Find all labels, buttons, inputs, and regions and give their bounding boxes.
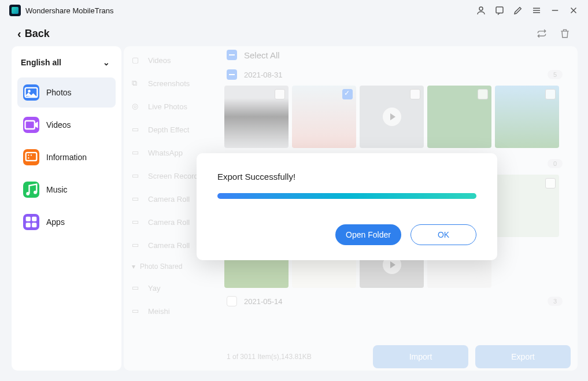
chevron-left-icon: ‹ bbox=[17, 27, 21, 40]
export-success-modal: Export Successfully! Open Folder OK bbox=[197, 153, 497, 260]
open-folder-button[interactable]: Open Folder bbox=[335, 224, 401, 245]
svg-rect-14 bbox=[32, 223, 36, 227]
sidebar-item-label: Photos bbox=[46, 88, 72, 97]
sidebar-item-videos[interactable]: Videos bbox=[17, 110, 116, 140]
trash-icon[interactable] bbox=[559, 28, 571, 39]
svg-point-0 bbox=[479, 7, 483, 10]
sidebar-item-label: Music bbox=[46, 185, 68, 194]
sidebar: English all ⌄ Photos Videos Information … bbox=[12, 46, 121, 371]
language-label: English all bbox=[21, 58, 61, 67]
account-icon[interactable] bbox=[476, 5, 486, 16]
svg-rect-13 bbox=[26, 223, 31, 227]
sidebar-item-photos[interactable]: Photos bbox=[17, 77, 116, 108]
svg-point-8 bbox=[31, 154, 32, 156]
svg-point-3 bbox=[28, 90, 31, 93]
svg-rect-4 bbox=[25, 121, 35, 129]
sidebar-item-label: Videos bbox=[46, 120, 71, 130]
back-label: Back bbox=[25, 28, 50, 40]
photos-icon bbox=[23, 84, 39, 101]
sidebar-item-label: Information bbox=[46, 153, 87, 162]
svg-rect-12 bbox=[32, 217, 36, 221]
chevron-down-icon: ⌄ bbox=[103, 58, 110, 67]
sidebar-item-apps[interactable]: Apps bbox=[17, 207, 116, 237]
app-title: Wondershare MobileTrans bbox=[25, 6, 113, 15]
refresh-icon[interactable] bbox=[536, 28, 548, 39]
app-icon bbox=[9, 5, 21, 16]
feedback-icon[interactable] bbox=[494, 5, 505, 16]
svg-point-9 bbox=[26, 192, 29, 195]
sidebar-item-label: Apps bbox=[46, 217, 65, 227]
menu-icon[interactable] bbox=[531, 5, 542, 16]
svg-point-6 bbox=[28, 154, 29, 156]
modal-title: Export Successfully! bbox=[217, 172, 476, 182]
apps-icon bbox=[23, 214, 39, 230]
language-select[interactable]: English all ⌄ bbox=[17, 54, 116, 77]
edit-icon[interactable] bbox=[513, 5, 523, 16]
titlebar: Wondershare MobileTrans bbox=[0, 0, 588, 21]
svg-rect-5 bbox=[26, 153, 37, 161]
sidebar-item-information[interactable]: Information bbox=[17, 142, 116, 172]
minimize-button[interactable] bbox=[550, 5, 560, 16]
svg-rect-11 bbox=[26, 217, 31, 221]
information-icon bbox=[23, 149, 39, 165]
back-button[interactable]: ‹ Back bbox=[17, 27, 50, 40]
close-button[interactable] bbox=[568, 5, 579, 16]
videos-icon bbox=[23, 117, 39, 133]
svg-point-7 bbox=[28, 157, 29, 158]
progress-bar bbox=[217, 193, 476, 199]
sidebar-item-music[interactable]: Music bbox=[17, 175, 116, 205]
music-icon bbox=[23, 182, 39, 198]
toolbar: ‹ Back bbox=[0, 21, 588, 46]
ok-button[interactable]: OK bbox=[411, 224, 476, 245]
svg-point-10 bbox=[34, 191, 37, 194]
svg-rect-1 bbox=[496, 7, 503, 13]
